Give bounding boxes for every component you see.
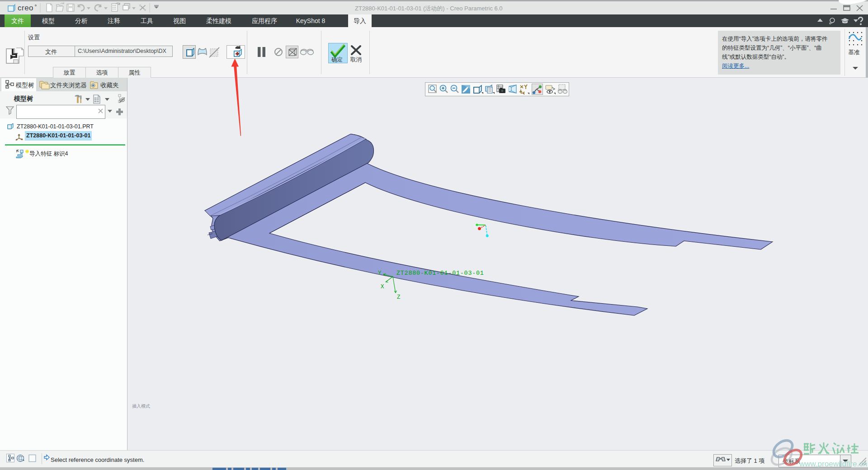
svg-text:creo: creo [18, 4, 33, 12]
svg-text:插入模式: 插入模式 [132, 404, 150, 409]
svg-text:X: X [381, 284, 384, 290]
svg-text:Z: Z [397, 294, 401, 301]
svg-text:ZT2880-K01-01-01-03-01: ZT2880-K01-01-01-03-01 [396, 270, 484, 277]
svg-text:Y: Y [378, 270, 382, 277]
